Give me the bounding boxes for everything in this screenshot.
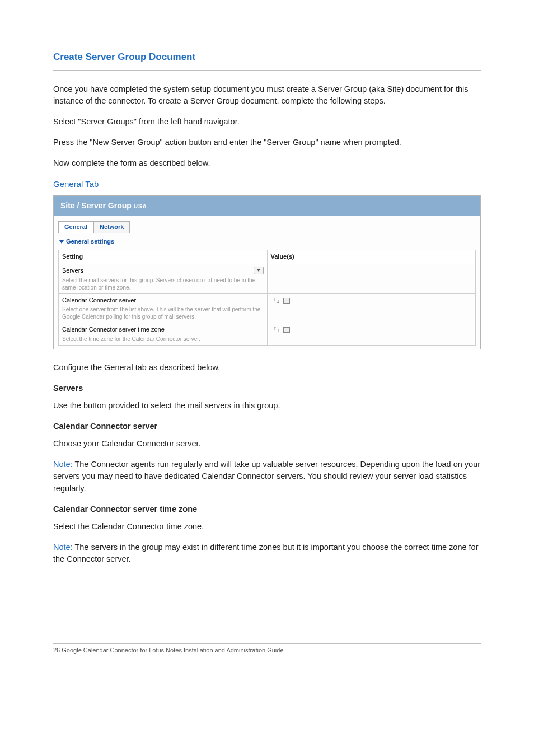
cc-tz-note: Note: The servers in the group may exist… bbox=[53, 542, 481, 565]
intro-para: Now complete the form as described below… bbox=[53, 157, 481, 169]
col-setting: Setting bbox=[59, 250, 268, 264]
servers-dropdown-button[interactable] bbox=[254, 267, 264, 274]
col-value: Value(s) bbox=[267, 250, 476, 264]
note-text: The Connector agents run regularly and w… bbox=[53, 460, 480, 492]
title-rule bbox=[53, 70, 481, 71]
settings-table: Setting Value(s) Servers Select the mail… bbox=[58, 250, 476, 346]
cc-server-para: Choose your Calendar Connector server. bbox=[53, 438, 481, 450]
setting-desc: Select one server from the list above. T… bbox=[62, 306, 264, 320]
cc-tz-heading: Calendar Connector server time zone bbox=[53, 503, 481, 515]
section-label-text: General settings bbox=[66, 238, 114, 245]
form-screenshot: Site / Server Group USA GeneralNetwork G… bbox=[53, 195, 481, 349]
setting-cell: Calendar Connector server Select one ser… bbox=[59, 293, 268, 323]
page-footer: 26 Google Calendar Connector for Lotus N… bbox=[53, 643, 481, 655]
intro-para: Select "Server Groups" from the left han… bbox=[53, 116, 481, 128]
intro-para: Press the "New Server Group" action butt… bbox=[53, 137, 481, 148]
note-label: Note: bbox=[53, 543, 74, 552]
general-tab-heading: General Tab bbox=[53, 178, 481, 190]
cc-server-heading: Calendar Connector server bbox=[53, 421, 481, 432]
table-row: Calendar Connector server Select one ser… bbox=[59, 293, 476, 323]
form-section-label: General settings bbox=[54, 234, 480, 250]
setting-title: Servers bbox=[62, 267, 264, 276]
servers-para: Use the button provided to select the ma… bbox=[53, 400, 481, 412]
value-cell[interactable]: 「」 bbox=[267, 323, 476, 346]
form-header-small: USA bbox=[134, 203, 147, 209]
picker-icon[interactable]: 「」 bbox=[271, 326, 290, 333]
value-cell[interactable]: 「」 bbox=[267, 293, 476, 323]
setting-title: Calendar Connector server bbox=[62, 296, 264, 305]
setting-desc: Select the time zone for the Calendar Co… bbox=[62, 335, 264, 343]
page-title: Create Server Group Document bbox=[53, 50, 481, 64]
form-header-main: Site / Server Group bbox=[60, 201, 132, 210]
twisty-icon[interactable] bbox=[59, 240, 64, 244]
form-header: Site / Server Group USA bbox=[54, 196, 480, 215]
note-label: Note: bbox=[53, 460, 74, 469]
form-tabs: GeneralNetwork bbox=[54, 216, 480, 234]
value-cell[interactable] bbox=[267, 264, 476, 293]
intro-para: Once you have completed the system setup… bbox=[53, 83, 481, 107]
cc-tz-para: Select the Calendar Connector time zone. bbox=[53, 521, 481, 533]
picker-icon[interactable]: 「」 bbox=[271, 297, 290, 304]
setting-cell: Calendar Connector server time zone Sele… bbox=[59, 323, 268, 346]
tab-network[interactable]: Network bbox=[93, 221, 130, 233]
after-form-intro: Configure the General tab as described b… bbox=[53, 362, 481, 374]
table-row: Servers Select the mail servers for this… bbox=[59, 264, 476, 293]
cc-server-note: Note: The Connector agents run regularly… bbox=[53, 459, 481, 494]
table-row: Calendar Connector server time zone Sele… bbox=[59, 323, 476, 346]
servers-heading: Servers bbox=[53, 382, 481, 394]
tab-general[interactable]: General bbox=[58, 221, 93, 233]
setting-cell: Servers Select the mail servers for this… bbox=[59, 264, 268, 293]
note-text: The servers in the group may exist in di… bbox=[53, 543, 478, 563]
setting-title: Calendar Connector server time zone bbox=[62, 325, 264, 334]
setting-desc: Select the mail servers for this group. … bbox=[62, 277, 264, 291]
